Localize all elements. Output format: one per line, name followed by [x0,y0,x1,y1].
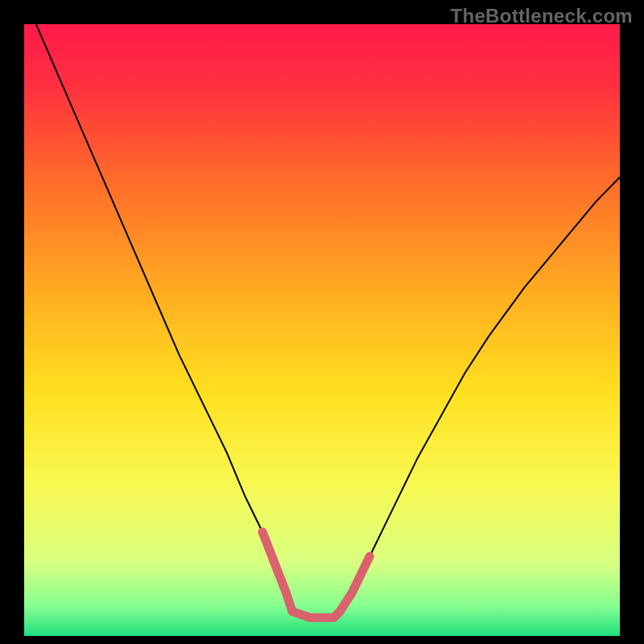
bottleneck-chart [24,24,620,636]
gradient-background [24,24,620,636]
chart-frame: TheBottleneck.com [0,0,644,644]
